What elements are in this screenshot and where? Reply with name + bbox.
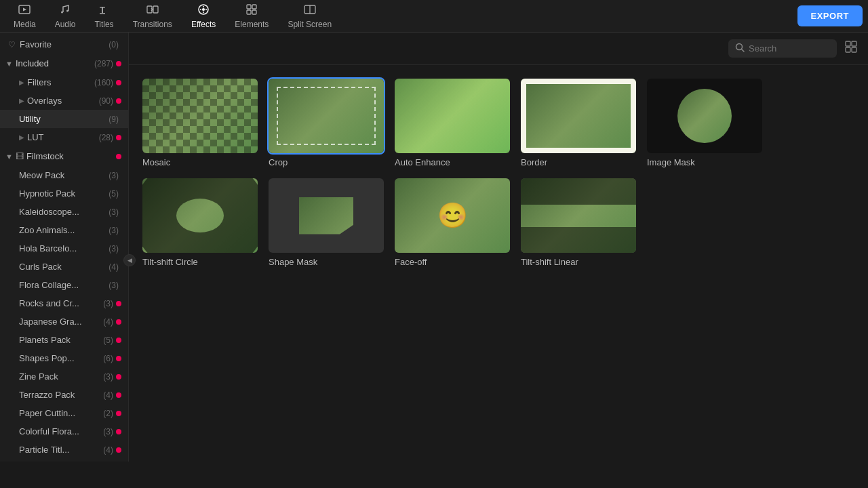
search-bar[interactable] — [728, 39, 837, 58]
split-screen-icon — [304, 3, 316, 18]
svg-rect-6 — [147, 6, 152, 13]
svg-line-17 — [742, 49, 745, 52]
effect-card-tiltshift-linear[interactable]: Tilt-shift Linear — [521, 178, 636, 267]
sidebar-item-pack-1[interactable]: Hypnotic Pack (5) — [0, 184, 128, 203]
sidebar-item-pack-12[interactable]: Terrazzo Pack (4) — [0, 386, 128, 404]
effect-card-auto-enhance[interactable]: Auto Enhance — [395, 79, 510, 167]
content-area: Mosaic Crop Auto Enhance — [129, 33, 868, 488]
sidebar-item-overlays[interactable]: ▶ Overlays (90) — [0, 92, 128, 110]
effect-card-shape-mask[interactable]: Shape Mask — [269, 178, 384, 267]
nav-media-label: Media — [14, 20, 36, 29]
pack-label-7: Rocks and Cr... — [19, 298, 103, 308]
pack-label-6: Flora Collage... — [19, 280, 108, 290]
included-dot — [116, 61, 121, 66]
effect-thumb-mosaic — [142, 79, 258, 153]
effect-label-auto-enhance: Auto Enhance — [395, 157, 510, 167]
nav-titles-label: Titles — [94, 20, 113, 29]
nav-transitions[interactable]: Transitions — [125, 1, 180, 31]
overlays-dot — [116, 98, 121, 104]
sidebar-item-filmstock[interactable]: ▼ 🎞 Filmstock — [0, 146, 128, 166]
sidebar-item-filters[interactable]: ▶ Filters (160) — [0, 73, 128, 92]
svg-rect-11 — [252, 5, 256, 9]
sidebar-item-included[interactable]: ▼ Included (287) — [0, 54, 128, 73]
filmstock-dot — [116, 154, 121, 159]
lut-chevron-icon: ▶ — [19, 134, 24, 141]
effect-thumb-shape-mask — [269, 178, 384, 253]
effect-thumb-tiltshift-circle — [142, 178, 258, 253]
included-chevron-icon: ▼ — [5, 60, 13, 68]
sidebar-item-pack-5[interactable]: Curls Pack (4) — [0, 258, 128, 276]
sidebar-favorite-count: (0) — [108, 40, 119, 49]
sidebar-item-pack-8[interactable]: Japanese Gra... (4) — [0, 312, 128, 331]
nav-effects[interactable]: Effects — [183, 1, 224, 31]
titles-icon: T — [98, 3, 111, 18]
effect-thumb-border — [521, 79, 636, 153]
top-navigation: Media Audio T Titles Transitions Effects… — [0, 0, 868, 33]
sidebar-collapse-button[interactable]: ◀ — [123, 254, 136, 266]
effect-thumb-tiltshift-linear — [521, 178, 636, 253]
effects-icon — [197, 3, 210, 18]
sidebar-item-pack-7[interactable]: Rocks and Cr... (3) — [0, 294, 128, 312]
nav-audio[interactable]: Audio — [47, 1, 84, 31]
sidebar-overlays-label: Overlays — [27, 96, 99, 106]
pack-label-13: Paper Cuttin... — [19, 408, 103, 418]
grid-view-button[interactable] — [845, 41, 857, 56]
effect-label-shape-mask: Shape Mask — [269, 257, 384, 267]
sidebar-favorite-label: Favorite — [20, 39, 108, 49]
sidebar-item-lut[interactable]: ▶ LUT (28) — [0, 128, 128, 146]
sidebar-item-pack-9[interactable]: Planets Pack (5) — [0, 331, 128, 349]
pack-label-9: Planets Pack — [19, 335, 103, 345]
sidebar-item-pack-6[interactable]: Flora Collage... (3) — [0, 276, 128, 294]
sidebar-item-utility[interactable]: Utility (9) — [0, 110, 128, 128]
effect-card-tiltshift-circle[interactable]: Tilt-shift Circle — [142, 178, 258, 267]
export-button[interactable]: EXPORT — [797, 5, 863, 26]
sidebar-item-pack-2[interactable]: Kaleidoscope... (3) — [0, 203, 128, 221]
effect-card-crop[interactable]: Crop — [269, 79, 384, 167]
pack-label-11: Zine Pack — [19, 371, 103, 382]
sidebar-item-favorite[interactable]: ♡ Favorite (0) — [0, 35, 128, 54]
sidebar-item-pack-15[interactable]: Particle Titl... (4) — [0, 441, 128, 459]
sidebar-item-pack-14[interactable]: Colorful Flora... (3) — [0, 422, 128, 441]
pack-label-1: Hypnotic Pack — [19, 188, 108, 199]
content-toolbar — [129, 33, 868, 65]
sidebar-item-pack-11[interactable]: Zine Pack (3) — [0, 367, 128, 386]
sidebar-item-pack-4[interactable]: Hola Barcelo... (3) — [0, 239, 128, 258]
pack-count-10: (6) — [103, 354, 113, 363]
sidebar-item-pack-13[interactable]: Paper Cuttin... (2) — [0, 404, 128, 422]
nav-media[interactable]: Media — [5, 1, 44, 31]
heart-icon: ♡ — [8, 40, 16, 49]
nav-effects-label: Effects — [191, 20, 216, 29]
nav-split-screen[interactable]: Split Screen — [279, 1, 340, 31]
sidebar-lut-count: (28) — [99, 133, 113, 142]
sidebar-filters-count: (160) — [94, 78, 113, 87]
effect-label-mosaic: Mosaic — [142, 157, 258, 167]
nav-elements[interactable]: Elements — [226, 1, 277, 31]
media-icon — [18, 3, 31, 18]
effect-card-image-mask[interactable]: Image Mask — [647, 79, 762, 167]
svg-rect-21 — [852, 47, 856, 52]
sidebar-item-pack-0[interactable]: Meow Pack (3) — [0, 166, 128, 184]
search-input[interactable] — [749, 43, 830, 54]
nav-titles[interactable]: T Titles — [86, 1, 121, 31]
svg-rect-18 — [846, 41, 850, 46]
svg-rect-19 — [852, 41, 856, 46]
effect-label-tiltshift-linear: Tilt-shift Linear — [521, 257, 636, 267]
effect-label-tiltshift-circle: Tilt-shift Circle — [142, 257, 258, 267]
sidebar-filters-label: Filters — [27, 77, 94, 87]
sidebar-item-pack-10[interactable]: Shapes Pop... (6) — [0, 349, 128, 367]
pack-label-15: Particle Titl... — [19, 445, 103, 455]
effect-card-border[interactable]: Border — [521, 79, 636, 167]
effect-card-face-off[interactable]: Face-off — [395, 178, 510, 267]
effect-card-mosaic[interactable]: Mosaic — [142, 79, 258, 167]
sidebar-item-pack-3[interactable]: Zoo Animals... (3) — [0, 221, 128, 239]
effect-label-face-off: Face-off — [395, 257, 510, 267]
effect-label-image-mask: Image Mask — [647, 157, 762, 167]
effect-label-border: Border — [521, 157, 636, 167]
sidebar-included-count: (287) — [94, 59, 113, 68]
pack-label-14: Colorful Flora... — [19, 426, 103, 436]
sidebar: ♡ Favorite (0) ▼ Included (287) ▶ Filter… — [0, 33, 129, 462]
svg-point-2 — [61, 11, 63, 13]
svg-point-3 — [66, 9, 68, 12]
pack-label-3: Zoo Animals... — [19, 225, 108, 235]
effect-label-crop: Crop — [269, 157, 384, 167]
